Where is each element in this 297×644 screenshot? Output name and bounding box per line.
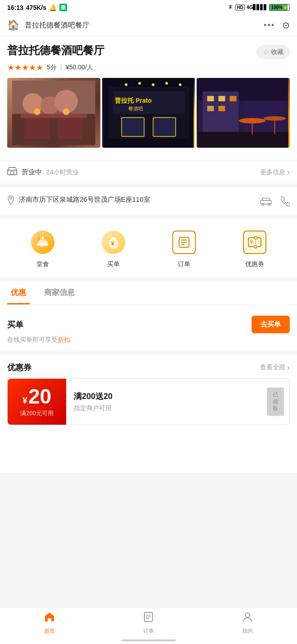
coupon-header: 优惠券 查看全部 ›: [7, 362, 290, 373]
photo-3[interactable]: [197, 78, 290, 148]
photo-1[interactable]: [7, 78, 100, 148]
svg-rect-51: [112, 238, 115, 240]
home-nav-label: 首页: [44, 627, 55, 635]
coupon-amount-value: 20: [28, 386, 51, 407]
svg-text:餐酒吧: 餐酒吧: [128, 106, 143, 111]
rating-score: 5分: [47, 63, 57, 72]
svg-rect-38: [8, 170, 17, 175]
battery-icon: 100%⚡: [269, 4, 290, 11]
svg-rect-5: [21, 114, 87, 118]
section-divider-1: [0, 277, 297, 281]
dining-icon: ✦ ✦: [31, 231, 54, 254]
rating-stars: ★★★★★: [7, 63, 43, 73]
svg-rect-45: [37, 244, 49, 245]
tab-merchant[interactable]: 商家信息: [40, 281, 78, 304]
see-all-label: 查看全部: [260, 363, 285, 372]
nav-left: 🏠 普拉托德餐酒吧餐厅: [7, 19, 90, 31]
business-info-row: 营业中 24小时营业 更多信息 ›: [0, 160, 297, 184]
service-buy[interactable]: ¥ 买单: [99, 228, 128, 268]
svg-rect-6: [25, 118, 50, 139]
svg-point-9: [63, 109, 70, 115]
collect-button[interactable]: ☆ 收藏: [256, 45, 290, 59]
service-order[interactable]: 订单: [170, 228, 198, 268]
car-icon[interactable]: [260, 197, 272, 208]
svg-rect-28: [207, 96, 214, 101]
service-coupon[interactable]: ¥ 优惠券: [240, 228, 269, 268]
order-nav-label: 订单: [143, 627, 154, 635]
tab-deals[interactable]: 优惠: [7, 281, 30, 304]
deal-title: 买单: [7, 319, 23, 330]
business-left: 营业中 24小时营业: [7, 167, 79, 177]
order-icon-wrap[interactable]: [170, 228, 198, 257]
wechat-icon: 微: [59, 4, 67, 11]
hd-badge: HD: [235, 5, 244, 10]
svg-point-66: [245, 613, 250, 617]
more-info-button[interactable]: 更多信息 ›: [260, 168, 290, 177]
address-left: 济南市历下区泉城路26号世茂广场E座110室: [7, 195, 260, 207]
nav-home-icon[interactable]: 🏠: [7, 19, 19, 31]
nav-profile[interactable]: 我的: [198, 611, 297, 635]
home-indicator: [122, 639, 176, 641]
dining-label: 堂食: [36, 260, 49, 268]
svg-point-22: [165, 82, 168, 85]
dining-icon-wrap[interactable]: ✦ ✦: [28, 228, 57, 257]
nav-order[interactable]: 订单: [99, 611, 198, 635]
rating-separator: |: [60, 63, 62, 72]
svg-point-19: [125, 83, 127, 86]
nav-more-icon[interactable]: •••: [264, 21, 275, 30]
address-row: 济南市历下区泉城路26号世茂广场E座110室: [0, 184, 297, 215]
status-right: HD 4G▋▋▋▋ 100%⚡: [227, 4, 290, 11]
svg-point-59: [254, 236, 257, 239]
coupon-prefix: ¥: [22, 395, 27, 406]
go-buy-button[interactable]: 去买单: [252, 316, 290, 333]
phone-icon[interactable]: [281, 196, 290, 208]
profile-nav-icon: [242, 611, 253, 626]
svg-point-21: [152, 83, 154, 86]
business-hours: 24小时营业: [46, 168, 79, 177]
buy-icon-wrap[interactable]: ¥: [99, 228, 128, 257]
nav-bar: 🏠 普拉托德餐酒吧餐厅 ••• ⊙: [0, 15, 297, 36]
nav-title: 普拉托德餐酒吧餐厅: [25, 21, 90, 30]
coupon-icon-wrap[interactable]: ¥: [240, 228, 269, 257]
svg-rect-16: [153, 118, 176, 136]
deal-description: 在线买单即可享受折扣: [7, 336, 290, 344]
collect-label: 收藏: [271, 48, 284, 56]
nav-home[interactable]: 首页: [0, 611, 99, 635]
svg-text:✦: ✦: [37, 237, 40, 241]
coupon-icon: ¥: [243, 231, 266, 254]
svg-point-47: [42, 236, 44, 238]
tabs-row: 优惠 商家信息: [0, 281, 297, 305]
photo-2[interactable]: 普拉托 Prato 餐酒吧: [102, 78, 195, 148]
location-icon: [7, 195, 14, 207]
more-info-label: 更多信息: [260, 168, 285, 177]
nav-right: ••• ⊙: [264, 20, 290, 31]
order-nav-icon: [143, 611, 154, 626]
coupon-amount-display: ¥ 20: [22, 386, 51, 407]
coupon-section: 优惠券 查看全部 › ¥ 20 满200元可用 满200送20 指定商户可用 已…: [0, 351, 297, 432]
buy-icon: ¥: [102, 231, 125, 254]
status-time: 16:13: [7, 4, 23, 11]
business-status: 营业中: [22, 168, 42, 177]
svg-point-20: [138, 82, 141, 85]
svg-rect-29: [219, 96, 225, 101]
see-all-chevron: ›: [287, 363, 290, 372]
coupon-condition: 满200元可用: [20, 409, 54, 417]
signal-icon: 4G▋▋▋▋: [247, 5, 268, 10]
photo-gallery[interactable]: 普拉托 Prato 餐酒吧: [7, 78, 290, 148]
coupon-desc: 指定商户可用: [74, 404, 262, 413]
bottom-spacer: [0, 432, 297, 473]
coupon-right-section: 满200送20 指定商户可用 已领取: [67, 379, 289, 425]
service-dining[interactable]: ✦ ✦ 堂食: [28, 228, 57, 268]
coupon-card[interactable]: ¥ 20 满200元可用 满200送20 指定商户可用 已领取: [7, 378, 290, 425]
see-all-button[interactable]: 查看全部 ›: [260, 363, 290, 372]
title-row: 普拉托德餐酒吧餐厅 ☆ 收藏: [7, 43, 290, 59]
coupon-section-title: 优惠券: [7, 362, 32, 373]
coupon-claimed-badge: 已领取: [267, 388, 284, 416]
order-icon: [172, 231, 196, 254]
notification-icon: 🔔: [49, 4, 57, 11]
rating-row: ★★★★★ 5分 | ¥50.00/人: [7, 63, 290, 73]
nav-camera-icon[interactable]: ⊙: [282, 20, 290, 31]
status-bar: 16:13 475K/s 🔔 微 HD 4G▋▋▋▋ 100%⚡: [0, 0, 297, 15]
svg-rect-30: [230, 96, 237, 101]
bottom-nav: 首页 订单 我的: [0, 607, 297, 644]
